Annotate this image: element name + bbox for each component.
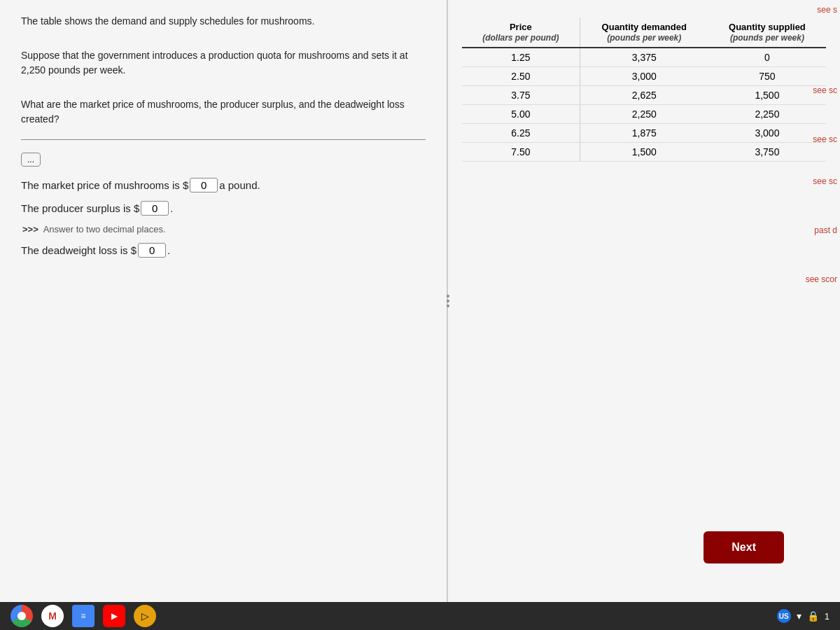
qty-demanded-header: Quantity demanded (pounds per week) xyxy=(580,18,708,48)
supplied-cell: 3,750 xyxy=(708,143,826,162)
plex-icon[interactable]: ▷ xyxy=(134,605,156,627)
producer-surplus-input-box[interactable] xyxy=(141,201,169,216)
supplied-cell: 1,500 xyxy=(708,86,826,105)
market-price-prefix: The market price of mushrooms is $ xyxy=(21,179,188,191)
panel-drag-handle[interactable] xyxy=(447,295,449,307)
price-cell: 3.75 xyxy=(462,86,580,105)
qty-supplied-header: Quantity supplied (pounds per week) xyxy=(708,18,826,48)
table-row: 5.00 2,250 2,250 xyxy=(462,105,826,124)
supplied-cell: 3,000 xyxy=(708,124,826,143)
left-panel: The table shows the demand and supply sc… xyxy=(0,0,448,602)
taskbar-right: US ▾ 🔒 1 xyxy=(777,609,830,623)
price-header: Price (dollars per pound) xyxy=(462,18,580,48)
demanded-cell: 2,250 xyxy=(580,105,708,124)
table-row: 3.75 2,625 1,500 xyxy=(462,86,826,105)
wifi-icon: ▾ xyxy=(797,610,802,622)
see-label-top: see s xyxy=(814,4,840,16)
deadweight-loss-suffix: . xyxy=(167,244,170,256)
see-label-3: see sc xyxy=(810,133,840,146)
chrome-icon[interactable] xyxy=(10,605,33,627)
producer-surplus-prefix: The producer surplus is $ xyxy=(21,202,139,214)
market-price-input[interactable] xyxy=(193,179,214,191)
taskbar: M ≡ ▶ ▷ US ▾ 🔒 1 xyxy=(0,602,840,630)
market-price-suffix: a pound. xyxy=(219,179,260,191)
price-cell: 6.25 xyxy=(462,124,580,143)
supply-demand-table: Price (dollars per pound) Quantity deman… xyxy=(462,18,826,162)
deadweight-loss-input-box[interactable] xyxy=(138,243,166,258)
market-price-row: The market price of mushrooms is $ a pou… xyxy=(21,178,426,192)
price-cell: 2.50 xyxy=(462,67,580,86)
divider xyxy=(21,139,426,140)
next-button[interactable]: Next xyxy=(704,531,784,564)
demanded-cell: 1,875 xyxy=(580,124,708,143)
prompt-text: What are the market price of mushrooms, … xyxy=(21,97,426,127)
gmail-icon[interactable]: M xyxy=(41,605,64,627)
price-cell: 5.00 xyxy=(462,105,580,124)
deadweight-loss-prefix: The deadweight loss is $ xyxy=(21,244,136,256)
table-row: 2.50 3,000 750 xyxy=(462,67,826,86)
drag-dot-3 xyxy=(447,304,449,307)
supplied-cell: 2,250 xyxy=(708,105,826,124)
scenario-text: Suppose that the government introduces a… xyxy=(21,48,426,78)
table-row: 7.50 1,500 3,750 xyxy=(462,143,826,162)
market-price-input-box[interactable] xyxy=(190,178,218,192)
price-cell: 7.50 xyxy=(462,143,580,162)
table-row: 6.25 1,875 3,000 xyxy=(462,124,826,143)
producer-surplus-row: The producer surplus is $ . xyxy=(21,201,426,216)
past-due-label: past d xyxy=(811,224,840,237)
deadweight-loss-row: The deadweight loss is $ . xyxy=(21,243,426,258)
producer-surplus-input[interactable] xyxy=(144,202,165,214)
see-label-2: see sc xyxy=(810,84,840,97)
demanded-cell: 3,000 xyxy=(580,67,708,86)
expand-button[interactable]: ... xyxy=(21,153,41,167)
hint-text: >>> Answer to two decimal places. xyxy=(22,224,426,234)
hint-arrow: >>> xyxy=(22,224,38,234)
demanded-cell: 2,625 xyxy=(580,86,708,105)
demanded-cell: 3,375 xyxy=(580,48,708,67)
see-scor-label: see scor xyxy=(803,273,840,286)
supplied-cell: 750 xyxy=(708,67,826,86)
price-cell: 1.25 xyxy=(462,48,580,67)
taskbar-number: 1 xyxy=(825,611,830,622)
right-panel: see s see sc see sc see sc past d see sc… xyxy=(448,0,840,602)
supplied-cell: 0 xyxy=(708,48,826,67)
drag-dot-2 xyxy=(447,300,449,302)
demanded-cell: 1,500 xyxy=(580,143,708,162)
hint-label: Answer to two decimal places. xyxy=(43,224,166,234)
chrome-center xyxy=(18,612,26,620)
lock-icon: 🔒 xyxy=(807,610,819,622)
intro-text: The table shows the demand and supply sc… xyxy=(21,14,426,29)
deadweight-loss-input[interactable] xyxy=(141,244,162,256)
see-label-4: see sc xyxy=(810,175,840,188)
us-badge: US xyxy=(777,609,791,623)
drag-dot-1 xyxy=(447,295,449,298)
youtube-icon[interactable]: ▶ xyxy=(103,605,125,627)
producer-surplus-suffix: . xyxy=(170,202,173,214)
table-row: 1.25 3,375 0 xyxy=(462,48,826,67)
docs-icon[interactable]: ≡ xyxy=(72,605,94,627)
